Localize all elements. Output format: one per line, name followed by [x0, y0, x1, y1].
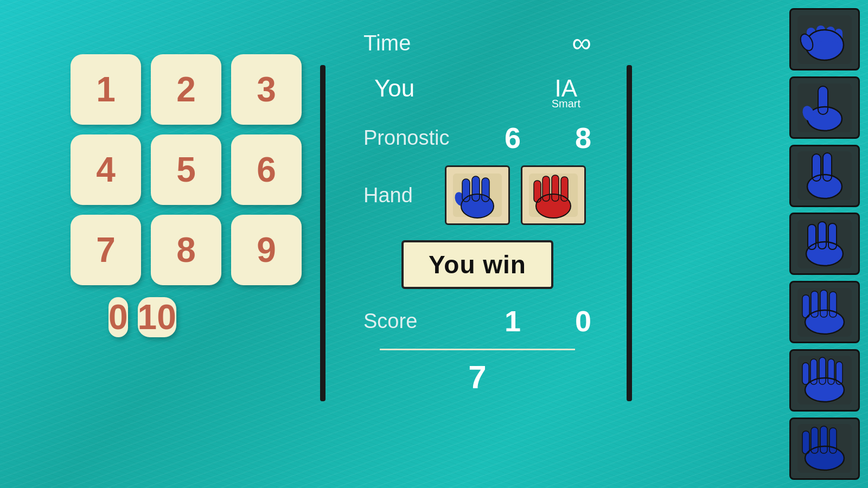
svg-rect-56: [820, 290, 827, 317]
score-row: Score 1 0: [331, 299, 624, 343]
svg-rect-26: [835, 29, 843, 43]
svg-rect-47: [828, 223, 837, 249]
right-hand-2: [789, 145, 860, 207]
right-hands-panel: [781, 0, 868, 488]
total-score: 7: [331, 356, 624, 399]
pronostic-row: Pronostic 6 8: [331, 115, 624, 160]
svg-rect-32: [818, 86, 828, 114]
right-divider-bar: [627, 65, 632, 401]
you-label: You: [374, 75, 414, 110]
numpad: 1 2 3 4 5 6 7 8 9: [71, 54, 302, 365]
right-hand-3: [789, 213, 860, 275]
result-box: You win: [401, 240, 553, 289]
svg-rect-46: [818, 222, 826, 249]
ia-hand-icon: [526, 171, 580, 220]
svg-rect-78: [802, 431, 809, 454]
pronostic-label: Pronostic: [363, 126, 449, 150]
hand-row: Hand: [331, 160, 624, 230]
svg-rect-14: [552, 175, 559, 201]
four-fingers-icon: [795, 285, 854, 339]
player-hand-icon: [450, 171, 505, 220]
right-hand-5: [789, 349, 860, 412]
svg-rect-65: [802, 363, 809, 384]
fist-icon: [795, 12, 854, 67]
four-fingers-b-icon: [795, 421, 854, 476]
ia-column: IA Smart: [552, 75, 580, 110]
hand-label: Hand: [363, 184, 429, 207]
left-divider-bar: [320, 65, 326, 401]
svg-rect-4: [482, 178, 489, 202]
svg-rect-13: [542, 176, 550, 201]
num-btn-1[interactable]: 1: [71, 54, 141, 125]
one-finger-icon: [795, 81, 854, 135]
svg-rect-25: [826, 27, 835, 42]
num-btn-9[interactable]: 9: [231, 215, 302, 285]
svg-rect-39: [823, 153, 832, 181]
hand-images: [445, 165, 586, 225]
svg-rect-68: [828, 359, 834, 384]
num-btn-8[interactable]: 8: [151, 215, 221, 285]
numpad-bottom: 0 10: [108, 297, 176, 337]
time-label: Time: [363, 31, 411, 55]
score-divider: [380, 349, 575, 350]
five-fingers-icon: [795, 353, 854, 407]
pronostic-ia: 8: [575, 121, 591, 155]
right-hand-4b: [789, 418, 860, 480]
num-btn-10[interactable]: 10: [138, 297, 176, 337]
svg-rect-3: [472, 176, 480, 201]
two-fingers-icon: [795, 149, 854, 203]
players-row: You IA Smart: [331, 69, 624, 115]
num-btn-3[interactable]: 3: [231, 54, 302, 125]
svg-rect-67: [819, 357, 826, 384]
num-btn-6[interactable]: 6: [231, 134, 302, 205]
time-row: Time ∞: [331, 16, 624, 69]
svg-rect-54: [802, 295, 809, 318]
main-content: 1 2 3 4 5 6 7 8 9 0 10 Time ∞ You IA Sma…: [0, 0, 868, 488]
time-value: ∞: [572, 27, 591, 59]
score-label: Score: [363, 310, 417, 333]
svg-rect-24: [816, 25, 825, 42]
score-values: 1 0: [505, 304, 591, 338]
pronostic-you: 6: [505, 121, 521, 155]
score-you: 1: [505, 304, 521, 338]
right-hand-4: [789, 281, 860, 343]
right-hand-fist: [789, 8, 860, 70]
ia-sublabel: Smart: [552, 98, 580, 110]
num-btn-7[interactable]: 7: [71, 215, 141, 285]
result-text: You win: [429, 251, 526, 279]
num-btn-0[interactable]: 0: [108, 297, 128, 337]
svg-rect-57: [829, 292, 837, 317]
center-panel: Time ∞ You IA Smart Pronostic 6 8 Hand: [331, 16, 624, 399]
player-hand-card: [445, 165, 510, 225]
score-ia: 0: [575, 304, 591, 338]
num-btn-5[interactable]: 5: [151, 134, 221, 205]
three-fingers-icon: [795, 217, 854, 271]
svg-rect-81: [829, 428, 837, 453]
num-btn-4[interactable]: 4: [71, 134, 141, 205]
right-hand-1: [789, 76, 860, 139]
pronostic-values: 6 8: [505, 121, 591, 155]
svg-rect-80: [820, 426, 827, 453]
ia-hand-card: [521, 165, 586, 225]
num-btn-2[interactable]: 2: [151, 54, 221, 125]
